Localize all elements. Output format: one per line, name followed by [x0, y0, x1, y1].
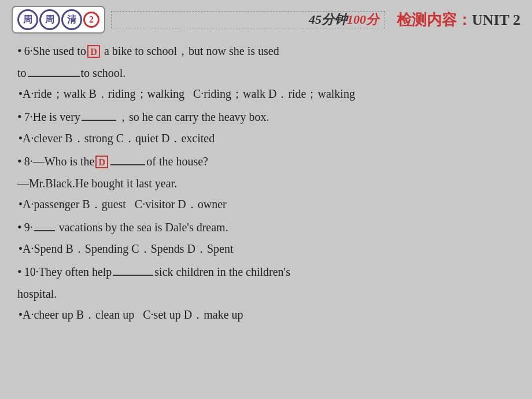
q8-dot: •: [17, 150, 22, 173]
q10-blank: [113, 264, 153, 276]
q9-text2: vacations by the sea is Dale's dream.: [56, 217, 228, 238]
q8-options: •A·passenger B．guest C·visitor D．owner: [17, 194, 515, 215]
q10-dot: •: [17, 260, 22, 283]
q7-dot: •: [17, 105, 22, 128]
q8-blank: [110, 154, 145, 165]
q6-text2: a bike to school，but now she is used: [101, 40, 279, 61]
logo-char1: 周: [23, 14, 32, 26]
q10-line2: hospital.: [17, 283, 515, 304]
q9-text1: ·: [30, 217, 33, 238]
q7-options: •A·clever B．strong C．quiet D．excited: [17, 128, 515, 149]
q8-num: 8: [24, 151, 30, 172]
q7-blank: [82, 109, 116, 121]
logo-num: 2: [83, 12, 99, 28]
q7-num: 7: [24, 106, 30, 127]
logo-box: 周 周 清 2: [12, 6, 105, 34]
timer-text: 45分钟100分: [309, 11, 379, 28]
header: 周 周 清 2 45分钟100分 检测内容：UNIT 2: [0, 0, 532, 36]
q9-options: •A·Spend B．Spending C．Spends D．Spent: [17, 238, 515, 259]
q6-answer: D: [87, 45, 100, 58]
q6-num: 6: [24, 40, 30, 61]
question-6: • 6 ·She used to D a bike to school，but …: [17, 39, 515, 104]
q10-options: •A·cheer up B．clean up C·set up D．make u…: [17, 304, 515, 325]
logo-char2: 周: [45, 14, 54, 26]
timer-bar: 45分钟100分: [111, 11, 385, 28]
q10-text3: hospital.: [17, 283, 57, 304]
logo-circle1: 周: [17, 9, 38, 30]
q8-text1: ·—Who is the: [30, 151, 95, 172]
logo-circle2: 周: [39, 9, 60, 30]
q8-line2: —Mr.Black.He bought it last year.: [17, 173, 515, 194]
q7-text2: ，so he can carry the heavy box.: [117, 106, 269, 127]
q6-dot: •: [17, 39, 22, 62]
q7-line1: • 7 ·He is very ，so he can carry the hea…: [17, 105, 515, 128]
header-title: 检测内容：UNIT 2: [397, 10, 520, 30]
q9-dot: •: [17, 216, 22, 239]
q6-line2: to to school.: [17, 62, 515, 83]
question-9: • 9 · vacations by the sea is Dale's dre…: [17, 216, 515, 260]
q6-text1: ·She used to: [30, 40, 86, 61]
q6-text3: to: [17, 62, 27, 83]
q9-line1: • 9 · vacations by the sea is Dale's dre…: [17, 216, 515, 239]
q6-options: •A·ride；walk B．riding；walking C·riding；w…: [17, 83, 515, 104]
q6-blank: [28, 65, 80, 77]
q8-text3: —Mr.Black.He bought it last year.: [17, 173, 177, 194]
question-7: • 7 ·He is very ，so he can carry the hea…: [17, 105, 515, 149]
question-8: • 8 ·—Who is the D of the house? —Mr.Bla…: [17, 150, 515, 215]
q6-line1: • 6 ·She used to D a bike to school，but …: [17, 39, 515, 62]
q10-text2: sick children in the children's: [154, 261, 290, 282]
q6-text4: to school.: [81, 62, 126, 83]
q9-blank: [34, 220, 55, 231]
q7-text1: ·He is very: [30, 106, 80, 127]
content-area: • 6 ·She used to D a bike to school，but …: [0, 36, 532, 332]
q10-num: 10: [24, 261, 36, 282]
timer-100: 100分: [347, 12, 379, 27]
timer-45: 45分钟: [309, 12, 347, 27]
q8-text2: of the house?: [146, 151, 208, 172]
question-10: • 10 ·They often help sick children in t…: [17, 260, 515, 325]
q8-line1: • 8 ·—Who is the D of the house?: [17, 150, 515, 173]
title-prefix: 检测内容：: [397, 12, 472, 28]
q10-text1: ·They often help: [36, 261, 112, 282]
logo-circle3: 清: [61, 9, 82, 30]
title-unit: UNIT 2: [472, 12, 520, 28]
q9-num: 9: [24, 217, 30, 238]
logo-char3: 清: [67, 14, 76, 26]
q8-answer: D: [95, 156, 108, 168]
q10-line1: • 10 ·They often help sick children in t…: [17, 260, 515, 283]
